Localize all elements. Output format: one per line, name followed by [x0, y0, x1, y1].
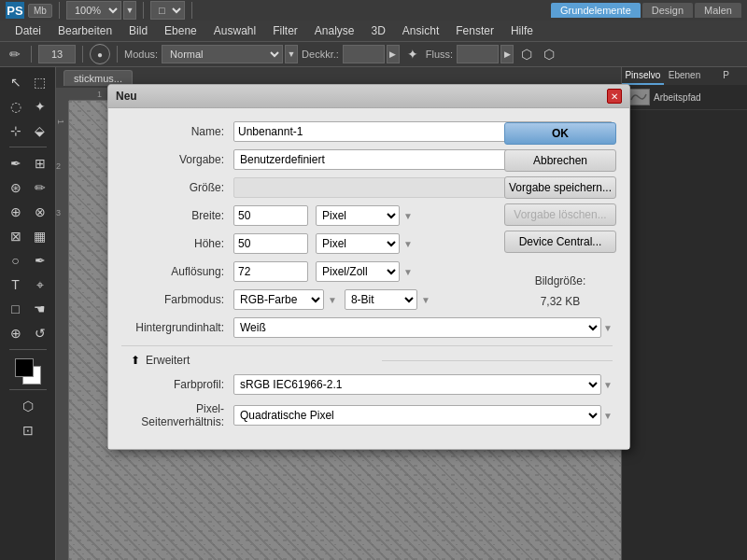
hand-tool[interactable]: ☚: [29, 298, 51, 320]
slice-tool[interactable]: ⬙: [29, 119, 51, 142]
colorprofile-select[interactable]: sRGB IEC61966-2.1Adobe RGB: [233, 374, 601, 395]
menu-ebene[interactable]: Ebene: [157, 22, 204, 39]
brush-tool[interactable]: ✏: [29, 176, 51, 199]
opacity-input[interactable]: 100%: [343, 45, 385, 63]
name-label: Name:: [121, 125, 233, 138]
mode-select[interactable]: NormalMultiplizierenÜberlagern: [162, 45, 283, 63]
device-central-button[interactable]: Device Central...: [504, 231, 616, 253]
resolution-unit-select[interactable]: Pixel/ZollPixel/cm: [316, 261, 400, 282]
dialog-divider: [121, 345, 613, 346]
spot-heal-tool[interactable]: ⊛: [5, 176, 27, 199]
workspace-tabs: Grundelemente Design Malen: [551, 3, 741, 18]
menu-fenster[interactable]: Fenster: [448, 22, 501, 39]
panel-tab-pinsel[interactable]: Pinselvо: [622, 67, 664, 85]
menu-analyse[interactable]: Analyse: [307, 22, 362, 39]
opacity-arrow[interactable]: ▶: [387, 45, 400, 63]
gradient-tool[interactable]: ▦: [29, 225, 51, 247]
menu-auswahl[interactable]: Auswahl: [206, 22, 263, 39]
menu-datei[interactable]: Datei: [7, 22, 49, 39]
pixelaspect-select[interactable]: Quadratische PixelD1/DV NTSC: [233, 405, 601, 426]
ruler-tool[interactable]: ⊞: [29, 152, 51, 175]
airbrush-icon[interactable]: ✦: [403, 45, 422, 63]
zoom-arrow[interactable]: ▼: [123, 1, 136, 20]
menu-bearbeiten[interactable]: Bearbeiten: [50, 22, 120, 39]
mb-button[interactable]: Mb: [28, 4, 52, 18]
width-input[interactable]: [233, 205, 308, 226]
screen-mode-tool[interactable]: ⊡: [17, 419, 39, 441]
size-value: 7,32 KB: [504, 295, 616, 308]
ruler-corner: [56, 88, 69, 101]
workspace-tab-malen[interactable]: Malen: [695, 3, 741, 18]
panel-tab-ebenen[interactable]: Ebenen: [664, 67, 706, 85]
path-thumbnail: [627, 89, 650, 105]
flow-input[interactable]: 100%: [457, 45, 499, 63]
flow-group: 100% ▶: [457, 45, 514, 63]
colormode-label: Farbmodus:: [121, 293, 233, 306]
panel-item-arbeitspfad[interactable]: Arbeitspfad: [622, 85, 747, 110]
flow-arrow[interactable]: ▶: [500, 45, 514, 63]
ok-button[interactable]: OK: [504, 122, 616, 145]
save-preset-button[interactable]: Vorgabe speichern...: [504, 176, 616, 199]
menu-3d[interactable]: 3D: [364, 22, 393, 39]
advanced-collapse-icon[interactable]: ⬆: [131, 354, 140, 367]
canvas-tab[interactable]: stickmus...: [63, 70, 133, 86]
foreground-color[interactable]: [15, 358, 34, 377]
opacity-group: 100% ▶: [343, 45, 400, 63]
tool-pair-10: □ ☚: [5, 298, 51, 320]
eyedropper-tool[interactable]: ✒: [5, 152, 27, 175]
height-input[interactable]: [233, 233, 308, 254]
height-unit-select[interactable]: PixelZollcmmm: [316, 233, 400, 254]
type-tool[interactable]: T: [5, 273, 27, 296]
colordepth-select[interactable]: 8-Bit16-Bit32-Bit: [345, 289, 417, 310]
rect-tool[interactable]: □: [5, 298, 27, 320]
menu-filter[interactable]: Filter: [265, 22, 305, 39]
tool-pair-6: ⊕ ⊗: [5, 201, 51, 223]
ps-logo: PS: [6, 2, 24, 19]
colorprofile-label: Farbprofil:: [121, 378, 233, 391]
brush-size-input[interactable]: [38, 45, 76, 63]
menu-hilfe[interactable]: Hilfe: [503, 22, 541, 39]
sidebar-div1: [9, 147, 47, 147]
path-tool[interactable]: ⌖: [29, 273, 51, 296]
tool-pair-2: ◌ ✦: [5, 95, 51, 118]
width-unit-arrow: ▼: [403, 211, 413, 221]
tool-pair-3: ⊹ ⬙: [5, 119, 51, 142]
dodge-tool[interactable]: ○: [5, 249, 27, 272]
crop-tool[interactable]: ⊹: [5, 119, 27, 142]
move-tool[interactable]: ↖: [5, 71, 27, 93]
tool-pair-11: ⊕ ↺: [5, 322, 51, 344]
mode-arrow[interactable]: ▼: [285, 45, 298, 63]
colormode-select[interactable]: RGB-FarbeCMYK-FarbeGraustufen: [233, 289, 324, 310]
clone-tool[interactable]: ⊕: [5, 201, 27, 223]
workspace-tab-grundelemente[interactable]: Grundelemente: [551, 3, 641, 18]
pen-tool[interactable]: ✒: [29, 249, 51, 272]
tool-pair-9: T ⌖: [5, 273, 51, 296]
history-tool[interactable]: ⊗: [29, 201, 51, 223]
width-unit-select[interactable]: PixelZollcmmm: [316, 205, 400, 226]
cancel-button[interactable]: Abbrechen: [504, 149, 616, 172]
sep6: [117, 46, 118, 63]
magic-wand-tool[interactable]: ✦: [29, 95, 51, 118]
zoom-tool[interactable]: ⊕: [5, 322, 27, 344]
advanced-divider-line: [382, 360, 613, 361]
selection-tool[interactable]: ⬚: [29, 71, 51, 93]
view-select[interactable]: □: [150, 1, 185, 20]
delete-preset-button[interactable]: Vorgabe löschen...: [504, 203, 616, 226]
tablet2-icon[interactable]: ⬡: [540, 45, 558, 63]
bg-select[interactable]: WeißHintergrundfarbeTransparent: [233, 317, 601, 338]
resolution-input[interactable]: [233, 261, 308, 282]
eraser-tool[interactable]: ⊠: [5, 225, 27, 247]
tablet-icon[interactable]: ⬡: [517, 45, 536, 63]
sep3: [191, 2, 192, 19]
brush-tool-icon[interactable]: ✏: [6, 45, 24, 63]
rotate-tool[interactable]: ↺: [29, 322, 51, 344]
panel-tabs: Pinselvо Ebenen P: [622, 67, 747, 85]
quick-mask-tool[interactable]: ⬡: [17, 395, 39, 417]
zoom-select[interactable]: 100%50%200%: [66, 1, 121, 20]
panel-tab-p[interactable]: P: [705, 67, 747, 85]
lasso-tool[interactable]: ◌: [5, 95, 27, 118]
workspace-tab-design[interactable]: Design: [642, 3, 693, 18]
menu-ansicht[interactable]: Ansicht: [395, 22, 446, 39]
dialog-close-button[interactable]: ✕: [607, 89, 622, 104]
menu-bild[interactable]: Bild: [121, 22, 155, 39]
